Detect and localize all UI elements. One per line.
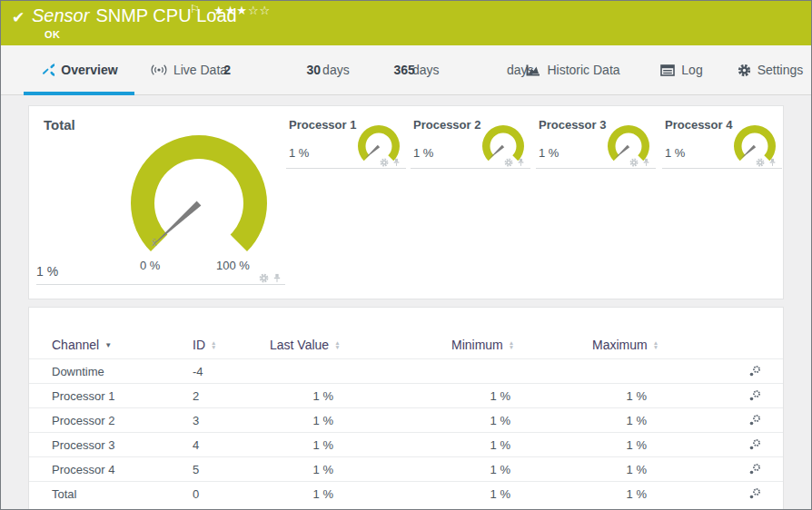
log-icon — [660, 64, 675, 76]
table-row[interactable]: Processor 4 5 1 % 1 % 1 % — [29, 456, 783, 481]
status-badge: OK — [45, 29, 60, 40]
channel-settings-icon[interactable] — [748, 389, 783, 402]
column-header-channel[interactable]: Channel ▼ — [52, 338, 193, 352]
column-header-minimum[interactable]: Minimum ▲▼ — [415, 338, 592, 352]
gauge-title: Processor 4 — [665, 118, 732, 132]
gauge-scale-max: 100 % — [216, 259, 250, 272]
tab-label: Live Data — [173, 63, 227, 77]
column-header-last-value[interactable]: Last Value ▲▼ — [270, 338, 415, 352]
tab-historic-data[interactable]: Historic Data — [511, 45, 634, 94]
channel-settings-icon[interactable] — [748, 463, 783, 476]
minimum-value: 1 % — [415, 487, 592, 501]
sort-desc-icon: ▼ — [104, 341, 112, 349]
tab-365-days[interactable]: 365 days — [416, 45, 511, 94]
gear-icon[interactable] — [380, 158, 389, 167]
minimum-value: 1 % — [415, 389, 592, 403]
gear-icon[interactable] — [259, 273, 269, 283]
sort-icon: ▲▼ — [653, 340, 659, 349]
channel-id: 4 — [193, 438, 270, 452]
channel-name: Downtime — [52, 365, 193, 378]
channel-name: Total — [52, 487, 193, 501]
pin-icon[interactable] — [272, 273, 282, 283]
minimum-value: 1 % — [415, 414, 592, 427]
last-value: 1 % — [270, 389, 415, 403]
tab-label: Overview — [61, 63, 117, 77]
mean-marker: x̄ — [152, 237, 157, 248]
divider — [286, 168, 406, 169]
last-value: 1 % — [270, 463, 415, 476]
pin-icon[interactable] — [517, 158, 525, 167]
table-row[interactable]: Processor 1 2 1 % 1 % 1 % — [29, 383, 783, 407]
table-row[interactable]: Processor 2 3 1 % 1 % 1 % — [29, 407, 783, 432]
pin-icon[interactable] — [392, 158, 401, 167]
maximum-value: 1 % — [592, 438, 728, 452]
minimum-value: 1 % — [415, 438, 592, 452]
channel-id: -4 — [193, 365, 270, 378]
channel-settings-icon[interactable] — [748, 414, 783, 427]
tab-number: 2 — [223, 63, 312, 77]
minimum-value: 1 % — [415, 463, 592, 476]
channel-settings-icon[interactable] — [748, 365, 783, 378]
tab-label: Settings — [758, 63, 804, 77]
divider — [662, 168, 782, 169]
divider — [411, 168, 530, 169]
gauge-value: 1 % — [36, 264, 58, 279]
gauge-value: 1 % — [289, 146, 309, 160]
channel-name: Processor 3 — [52, 438, 193, 452]
chart-icon — [525, 64, 540, 77]
gauge-scale-min: 0 % — [140, 259, 160, 272]
last-value: 1 % — [270, 414, 415, 427]
gauge-processor-3: Processor 3 1 % — [536, 106, 658, 188]
table-row[interactable]: Downtime -4 — [29, 358, 783, 383]
gauge-icon — [40, 63, 54, 77]
total-gauge-dial — [127, 126, 272, 262]
gauge-title: Total — [44, 117, 75, 132]
channel-name: Processor 4 — [52, 463, 193, 476]
flag-icon[interactable]: ⚐ — [190, 3, 200, 15]
sort-icon: ▲▼ — [334, 340, 340, 349]
column-header-id[interactable]: ID ▲▼ — [193, 338, 270, 352]
channel-id: 5 — [193, 463, 270, 476]
prtg-sensor-window: ✔ SensorSNMP CPU Load ⚐ ★★★☆☆ OK Overvie… — [0, 0, 812, 510]
table-row[interactable]: Processor 3 4 1 % 1 % 1 % — [29, 432, 783, 456]
gauge-overview-panel: Total x̄ 0 % 100 % 1 % — [28, 105, 784, 299]
table-header-row: Channel ▼ ID ▲▼ Last Value ▲▼ Minimum ▲▼… — [29, 331, 783, 358]
gauge-title: Processor 2 — [413, 118, 480, 132]
column-header-maximum[interactable]: Maximum ▲▼ — [592, 338, 728, 352]
table-row[interactable]: Total 0 1 % 1 % 1 % — [29, 481, 783, 505]
settings-gear-icon — [738, 64, 751, 77]
gear-icon[interactable] — [756, 158, 765, 167]
maximum-value: 1 % — [592, 487, 728, 501]
tab-overview[interactable]: Overview — [24, 45, 134, 94]
channel-settings-icon[interactable] — [748, 487, 783, 500]
gear-icon[interactable] — [504, 158, 513, 167]
sort-icon: ▲▼ — [509, 340, 514, 349]
tab-log[interactable]: Log — [634, 45, 729, 94]
last-value: 1 % — [270, 438, 415, 452]
tab-number: 30 — [306, 63, 402, 77]
tab-label: Log — [681, 63, 702, 77]
last-value: 1 % — [270, 487, 415, 501]
gauge-processor-2: Processor 2 1 % — [411, 106, 532, 188]
channel-name: Processor 1 — [52, 389, 193, 403]
channel-settings-icon[interactable] — [748, 438, 783, 451]
status-check-icon: ✔ — [12, 8, 25, 27]
sort-icon: ▲▼ — [211, 340, 216, 349]
gauge-total: Total x̄ 0 % 100 % 1 % — [29, 106, 285, 300]
gear-icon[interactable] — [629, 158, 639, 167]
divider — [36, 284, 285, 285]
star-rating[interactable]: ★★★☆☆ — [213, 4, 271, 17]
tab-label: Historic Data — [547, 63, 619, 77]
gauge-processor-4: Processor 4 1 % — [662, 106, 784, 188]
sensor-header: ✔ SensorSNMP CPU Load ⚐ ★★★☆☆ OK — [1, 1, 811, 45]
gauge-processor-1: Processor 1 1 % — [286, 106, 408, 188]
divider — [536, 168, 656, 169]
channel-table-panel: Channel ▼ ID ▲▼ Last Value ▲▼ Minimum ▲▼… — [28, 307, 784, 510]
maximum-value: 1 % — [592, 389, 728, 403]
gauge-value: 1 % — [539, 146, 559, 160]
gauge-value: 1 % — [665, 146, 685, 160]
tab-settings[interactable]: Settings — [729, 45, 811, 94]
channel-name: Processor 2 — [52, 414, 193, 427]
pin-icon[interactable] — [768, 158, 777, 167]
pin-icon[interactable] — [642, 158, 650, 167]
